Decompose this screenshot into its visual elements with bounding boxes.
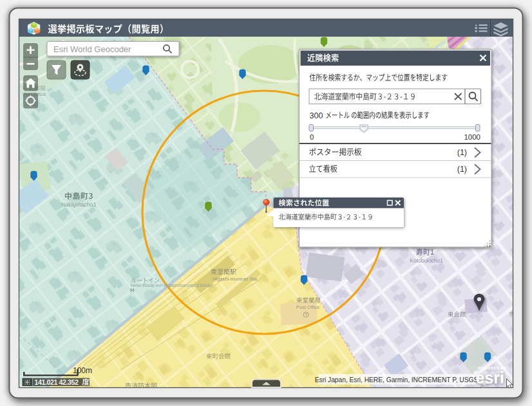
svg-text:100m: 100m — [73, 366, 92, 375]
svg-text:(1): (1) — [457, 148, 467, 157]
svg-text:H: H — [130, 287, 135, 293]
svg-text:Esri World Geocoder: Esri World Geocoder — [53, 44, 131, 54]
svg-text:Hotel Route-Inn Higashimuroran: Hotel Route-Inn Higashimuroran-Ekimae — [131, 283, 212, 288]
svg-text:300: 300 — [310, 111, 323, 120]
svg-text:地図: 地図 — [480, 383, 489, 388]
svg-text:Nakajimacho3: Nakajimacho3 — [61, 201, 96, 208]
svg-text:Higashi-muroran Sta.: Higashi-muroran Sta. — [213, 276, 258, 282]
svg-text:Esri Japan, Esri, HERE, Garmin: Esri Japan, Esri, HERE, Garmin, INCREMEN… — [315, 376, 479, 383]
svg-text:(1): (1) — [457, 165, 467, 174]
svg-text:Post Office: Post Office — [296, 304, 320, 310]
svg-text:141.021 42.352: 141.021 42.352 — [35, 378, 79, 386]
svg-text:1000: 1000 — [464, 133, 480, 141]
svg-text:0: 0 — [310, 133, 314, 141]
svg-text:Kotobukicho1: Kotobukicho1 — [410, 257, 443, 264]
